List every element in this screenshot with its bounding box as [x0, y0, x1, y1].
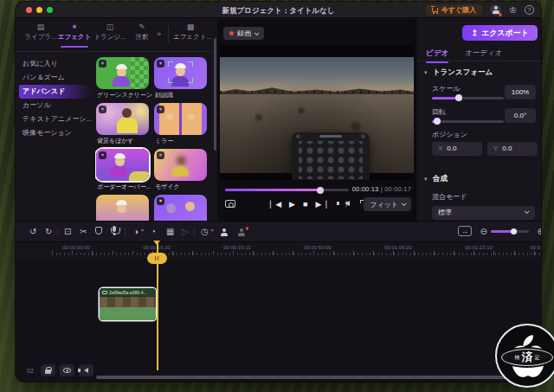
fit-zoom-dropdown[interactable]: フィット [364, 197, 411, 211]
playhead-split-handle[interactable]: )( [147, 253, 167, 264]
timecode-display: 00:00:13 | 00:00:17 [352, 185, 411, 193]
timeline-clip[interactable]: 2e68ad5a-a380-4... [100, 288, 156, 320]
inspector-tabs: ビデオ オーディオ [417, 47, 541, 61]
tab-audio[interactable]: オーディオ [465, 48, 502, 59]
speed-icon[interactable]: ◔ [151, 226, 156, 237]
effect-thumb-art [177, 156, 186, 165]
zoom-in-icon[interactable]: ⊕ [538, 226, 541, 237]
tab-annotation[interactable]: ✎ 注釈 [125, 22, 159, 42]
effect-thumb-green-screen[interactable]: ♥ [96, 57, 149, 89]
fit-timeline-icon[interactable]: ↔ [458, 226, 472, 236]
voiceover-mic-icon[interactable] [113, 226, 116, 232]
lut-icon[interactable]: ▦ [166, 226, 174, 237]
effect-thumb-face-recognition[interactable]: ♥ [154, 57, 207, 89]
annotation-icon: ✎ [125, 22, 159, 33]
timeline-zoom-slider[interactable] [491, 230, 529, 233]
speaker-icon [84, 368, 88, 373]
collapse-triangle-icon: ▾ [424, 176, 428, 182]
tab-effects-store[interactable]: ▩ エフェクト... [173, 22, 208, 42]
stop-icon[interactable]: ■ [303, 197, 307, 211]
record-button[interactable]: 録画 [223, 27, 264, 40]
play-icon[interactable]: ▶ [289, 197, 295, 211]
ruler-timecode: 00:00:33:10 [214, 245, 261, 250]
duration-icon[interactable]: ◷ ▾ [201, 226, 209, 237]
snapshot-icon[interactable] [225, 200, 235, 208]
effects-scrollbar[interactable] [214, 38, 216, 151]
color-correction-icon[interactable]: ◑ ▾ [133, 226, 138, 237]
redo-icon[interactable]: ↻ [45, 226, 52, 237]
effect-label: 背景をぼかす [97, 137, 152, 145]
position-x-field[interactable]: X0.0 [432, 142, 482, 156]
track-number: 02 [27, 368, 34, 374]
marker-icon[interactable] [95, 227, 102, 235]
site-watermark-badge: 検 済 定 [495, 324, 554, 388]
scale-slider[interactable] [432, 97, 504, 100]
effect-thumb-partial[interactable] [96, 195, 149, 221]
rotation-value[interactable]: 0.0° [505, 108, 536, 123]
keypad-overlay [292, 132, 370, 180]
scale-label: スケール [432, 84, 461, 93]
effect-label: ミラー [155, 137, 210, 145]
zoom-out-icon[interactable]: ⊖ [480, 226, 487, 237]
next-frame-icon[interactable]: ▶ [315, 197, 326, 212]
position-y-field[interactable]: Y0.0 [487, 142, 538, 156]
crown-icon[interactable]: ♔ [509, 6, 517, 15]
category-favorites[interactable]: お気に入り [19, 57, 92, 71]
more-tabs-chevron[interactable]: » [157, 29, 161, 38]
tracks-area: 02 01 [16, 258, 541, 382]
effect-thumb-blur-background[interactable]: ♥ [96, 103, 149, 135]
timeline-hscrollbar[interactable] [96, 376, 535, 379]
crop-icon[interactable]: ⊡ [64, 226, 71, 237]
track-visibility-button[interactable] [60, 364, 74, 376]
buy-now-label: 今すぐ購入 [441, 5, 476, 15]
split-icon[interactable]: ✂ [80, 226, 87, 237]
seek-thumb[interactable] [317, 187, 324, 194]
undo-icon[interactable]: ↺ [29, 226, 36, 237]
transform-section-header[interactable]: ▾ トランスフォーム [424, 67, 493, 78]
zoom-slider-knob[interactable] [511, 228, 517, 235]
notification-dot [499, 13, 502, 16]
composite-section-header[interactable]: ▾ 合成 [424, 174, 448, 184]
ruler-timecode: 00:01:23:10 [455, 245, 502, 250]
tab-library[interactable]: ▤ ライブラ... [23, 22, 58, 42]
rotation-slider[interactable] [432, 120, 504, 123]
scale-slider-knob[interactable] [455, 94, 462, 101]
category-advanced[interactable]: アドバンスド [19, 85, 92, 99]
effect-thumb-partial[interactable]: ♥ [154, 195, 207, 221]
help-icon[interactable]: ? [525, 5, 534, 15]
tab-video[interactable]: ビデオ [426, 48, 448, 59]
effect-thumb-mosaic[interactable]: ♥ [154, 149, 207, 181]
tab-transitions[interactable]: ◫ トランジ... [93, 22, 127, 42]
track-lock-button[interactable] [41, 364, 55, 376]
export-button[interactable]: ↥ エクスポート [462, 25, 538, 41]
buy-now-button[interactable]: 今すぐ購入 [426, 4, 482, 16]
transport-controls: ◀ ▶ ■ ▶ [270, 197, 327, 211]
category-video-motion[interactable]: 映像モーション [19, 126, 92, 140]
library-icon: ▤ [23, 22, 58, 33]
category-cursor[interactable]: カーソル [19, 99, 92, 112]
tab-effects[interactable]: ✶ エフェクト [57, 22, 92, 42]
effect-categories: お気に入り パン＆ズーム アドバンスド カーソル テキストアニメーシ... 映像… [19, 57, 92, 140]
favorite-heart-icon: ♥ [157, 197, 164, 205]
current-time: 00:00:13 [352, 185, 379, 193]
speaker-person-icon[interactable] [220, 228, 228, 239]
playhead-ruler-marker[interactable] [153, 241, 160, 245]
effect-thumb-border-overlay[interactable]: ♥ [96, 149, 149, 181]
effect-thumb-art [171, 166, 189, 177]
volume-icon[interactable] [345, 201, 350, 206]
scale-value[interactable]: 100% [505, 85, 536, 100]
category-text-animation[interactable]: テキストアニメーシ... [19, 112, 92, 126]
ruler-timecode: 00:01:06:20 [375, 245, 422, 250]
track-mute-button[interactable] [79, 364, 93, 376]
effect-thumb-mirror[interactable]: ♥ [154, 103, 207, 135]
rotation-slider-knob[interactable] [434, 118, 441, 125]
seek-row: 00:00:13 | 00:00:17 [223, 185, 411, 194]
blend-mode-dropdown[interactable]: 標準 [432, 206, 535, 220]
timeline-ruler[interactable]: 00:00:00:00 00:00:16:20 00:00:33:10 00:0… [16, 243, 541, 258]
inspector-panel: ↥ エクスポート ビデオ オーディオ ▾ トランスフォーム スケール 100% … [417, 19, 541, 221]
seek-bar[interactable] [225, 189, 349, 191]
category-pan-zoom[interactable]: パン＆ズーム [19, 71, 92, 85]
account-avatar[interactable] [490, 4, 501, 16]
ruler-timecode: 00:01 [528, 245, 541, 250]
previous-frame-icon[interactable]: ◀ [270, 197, 281, 212]
